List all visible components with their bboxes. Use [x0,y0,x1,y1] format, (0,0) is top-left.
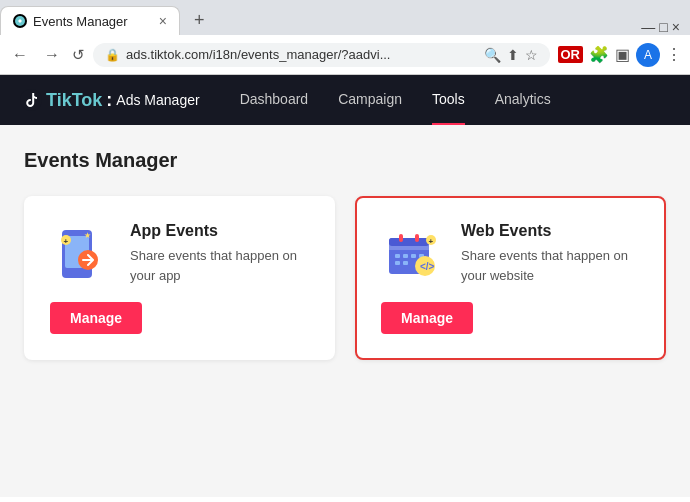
tab-favicon [13,14,27,28]
profile-btn[interactable]: A [636,43,660,67]
app-events-header: + ★ App Events Share events that happen … [50,222,309,286]
svg-text:+: + [429,237,434,246]
puzzle-icon[interactable]: 🧩 [589,45,609,64]
svg-rect-14 [403,254,408,258]
app-events-card: + ★ App Events Share events that happen … [24,196,335,360]
page-content: Events Manager + ★ App [0,125,690,497]
web-events-manage-btn[interactable]: Manage [381,302,473,334]
logo-text: TikTok [46,90,102,111]
web-events-icon: </> + [381,222,445,286]
tiktok-logo: TikTok : Ads Manager [20,89,200,111]
app-events-title: App Events [130,222,309,240]
share-icon[interactable]: ⬆ [507,47,519,63]
search-icon[interactable]: 🔍 [484,47,501,63]
forward-btn[interactable]: → [40,44,64,66]
svg-text:+: + [64,237,69,246]
page-title: Events Manager [24,149,666,172]
url-text: ads.tiktok.com/i18n/events_manager/?aadv… [126,47,478,62]
sidebar-icon[interactable]: ▣ [615,45,630,64]
web-events-title: Web Events [461,222,640,240]
nav-dashboard[interactable]: Dashboard [240,75,309,125]
lock-icon: 🔒 [105,48,120,62]
maximize-btn[interactable]: □ [659,19,667,35]
nav-links: Dashboard Campaign Tools Analytics [240,75,551,125]
svg-rect-15 [411,254,416,258]
close-window-btn[interactable]: × [672,19,680,35]
browser-chrome: Events Manager × + — □ × ← → ↺ 🔒 ads.tik… [0,0,690,75]
app-events-icon: + ★ [50,222,114,286]
svg-text:</>: </> [420,261,435,272]
url-box[interactable]: 🔒 ads.tiktok.com/i18n/events_manager/?aa… [93,43,550,67]
logo-colon: : [106,90,112,111]
extensions-icon[interactable]: OR [558,46,584,63]
nav-campaign[interactable]: Campaign [338,75,402,125]
web-events-card: </> + Web Events Share events that happe… [355,196,666,360]
cards-container: + ★ App Events Share events that happen … [24,196,666,360]
tab-bar: Events Manager × + — □ × [0,0,690,35]
logo-sub: Ads Manager [116,92,199,108]
bookmark-icon[interactable]: ☆ [525,47,538,63]
svg-rect-18 [403,261,408,265]
url-actions: 🔍 ⬆ ☆ [484,47,538,63]
web-events-desc: Share events that happen on your website [461,246,640,285]
svg-point-1 [20,89,42,111]
address-bar: ← → ↺ 🔒 ads.tiktok.com/i18n/events_manag… [0,35,690,75]
browser-actions: OR 🧩 ▣ A ⋮ [558,43,683,67]
svg-rect-11 [399,234,403,242]
reload-btn[interactable]: ↺ [72,46,85,64]
tab-title: Events Manager [33,14,153,29]
svg-text:★: ★ [84,231,91,240]
nav-analytics[interactable]: Analytics [495,75,551,125]
active-tab[interactable]: Events Manager × [0,6,180,35]
app-events-manage-btn[interactable]: Manage [50,302,142,334]
tiktok-nav: TikTok : Ads Manager Dashboard Campaign … [0,75,690,125]
svg-rect-10 [389,238,429,246]
svg-rect-13 [395,254,400,258]
tab-close-btn[interactable]: × [159,13,167,29]
tiktok-logo-icon [20,89,42,111]
web-events-header: </> + Web Events Share events that happe… [381,222,640,286]
minimize-btn[interactable]: — [641,19,655,35]
back-btn[interactable]: ← [8,44,32,66]
svg-rect-12 [415,234,419,242]
menu-btn[interactable]: ⋮ [666,45,682,64]
app-events-info: App Events Share events that happen on y… [130,222,309,285]
nav-tools[interactable]: Tools [432,75,465,125]
new-tab-btn[interactable]: + [184,6,215,35]
web-events-info: Web Events Share events that happen on y… [461,222,640,285]
app-events-desc: Share events that happen on your app [130,246,309,285]
window-controls: — □ × [641,19,690,35]
svg-rect-17 [395,261,400,265]
